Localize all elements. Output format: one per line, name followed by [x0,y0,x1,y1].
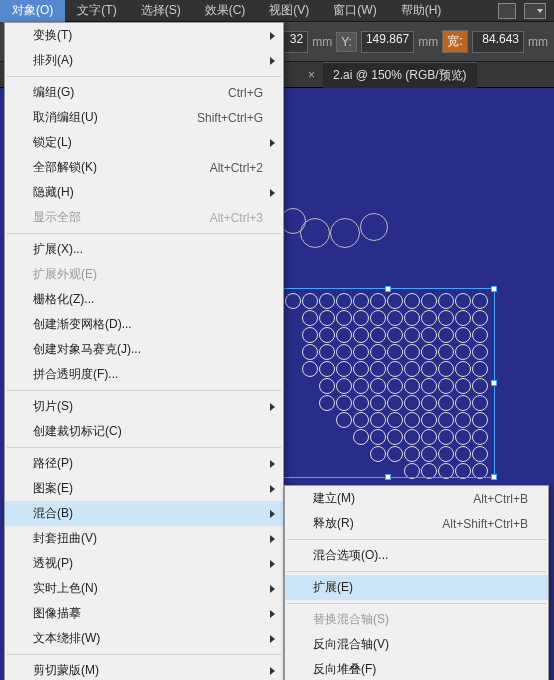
w-input[interactable]: 84.643 [472,31,524,53]
menu-help[interactable]: 帮助(H) [389,0,454,22]
menu-item-label: 拼合透明度(F)... [33,366,118,383]
menu-item-label: 混合选项(O)... [313,547,388,564]
menu-item-label: 扩展(X)... [33,241,83,258]
separator [7,233,281,234]
menu-item-label: 路径(P) [33,455,73,472]
menu-item-label: 变换(T) [33,27,72,44]
menu-item-label: 显示全部 [33,209,81,226]
object-menu: 变换(T)排列(A)编组(G)Ctrl+G取消编组(U)Shift+Ctrl+G… [4,22,284,680]
menu-item-label: 扩展外观(E) [33,266,97,283]
menu-view[interactable]: 视图(V) [257,0,321,22]
y-unit: mm [418,35,438,49]
menu-item[interactable]: 图像描摹 [5,601,283,626]
menu-object[interactable]: 对象(O) [0,0,65,22]
menu-item[interactable]: 扩展(X)... [5,237,283,262]
separator [7,390,281,391]
menu-item[interactable]: 全部解锁(K)Alt+Ctrl+2 [5,155,283,180]
handle-n[interactable] [385,286,391,292]
separator [7,654,281,655]
menu-item[interactable]: 栅格化(Z)... [5,287,283,312]
separator [287,539,546,540]
menu-item[interactable]: 创建裁切标记(C) [5,419,283,444]
menu-item[interactable]: 编组(G)Ctrl+G [5,80,283,105]
menu-item[interactable]: 混合(B) [5,501,283,526]
selection-box[interactable] [280,288,495,478]
menu-item: 扩展外观(E) [5,262,283,287]
menu-item-label: 图案(E) [33,480,73,497]
x-unit: mm [312,35,332,49]
separator [287,603,546,604]
w-label: 宽: [442,30,467,53]
w-unit: mm [528,35,548,49]
menu-shortcut: Alt+Ctrl+3 [210,211,263,225]
menu-item[interactable]: 拼合透明度(F)... [5,362,283,387]
menu-item[interactable]: 锁定(L) [5,130,283,155]
menu-item[interactable]: 图案(E) [5,476,283,501]
menu-item[interactable]: 封套扭曲(V) [5,526,283,551]
menu-item[interactable]: 创建对象马赛克(J)... [5,337,283,362]
doc-icon[interactable] [498,3,516,19]
arrange-icon[interactable] [524,3,546,19]
menu-item[interactable]: 透视(P) [5,551,283,576]
handle-e[interactable] [491,380,497,386]
separator [287,571,546,572]
menu-item-label: 创建渐变网格(D)... [33,316,132,333]
separator [7,447,281,448]
menu-item-label: 封套扭曲(V) [33,530,97,547]
menu-item-label: 释放(R) [313,515,354,532]
menu-item[interactable]: 切片(S) [5,394,283,419]
menu-select[interactable]: 选择(S) [129,0,193,22]
menu-type[interactable]: 文字(T) [65,0,128,22]
handle-s[interactable] [385,474,391,480]
menu-item-label: 实时上色(N) [33,580,98,597]
menu-item[interactable]: 文本绕排(W) [5,626,283,651]
menu-item[interactable]: 隐藏(H) [5,180,283,205]
menu-item[interactable]: 扩展(E) [285,575,548,600]
handle-se[interactable] [491,474,497,480]
menu-item-label: 反向堆叠(F) [313,661,376,678]
menu-window[interactable]: 窗口(W) [321,0,388,22]
menu-shortcut: Alt+Ctrl+2 [210,161,263,175]
menu-shortcut: Alt+Shift+Ctrl+B [442,517,528,531]
menu-item: 显示全部Alt+Ctrl+3 [5,205,283,230]
menubar: 对象(O) 文字(T) 选择(S) 效果(C) 视图(V) 窗口(W) 帮助(H… [0,0,554,22]
menu-item-label: 编组(G) [33,84,74,101]
menu-item-label: 透视(P) [33,555,73,572]
menu-item-label: 全部解锁(K) [33,159,97,176]
menu-item-label: 排列(A) [33,52,73,69]
y-input[interactable]: 149.867 [361,31,414,53]
menu-item-label: 建立(M) [313,490,355,507]
menu-item[interactable]: 剪切蒙版(M) [5,658,283,680]
menu-item-label: 文本绕排(W) [33,630,100,647]
menu-item[interactable]: 排列(A) [5,48,283,73]
menu-item-label: 隐藏(H) [33,184,74,201]
menu-item-label: 图像描摹 [33,605,81,622]
menu-item-label: 反向混合轴(V) [313,636,389,653]
menu-effect[interactable]: 效果(C) [193,0,258,22]
document-tab[interactable]: 2.ai @ 150% (RGB/预览) [323,62,477,88]
menu-item[interactable]: 反向堆叠(F) [285,657,548,680]
menu-item[interactable]: 反向混合轴(V) [285,632,548,657]
menu-item-label: 剪切蒙版(M) [33,662,99,679]
menu-item-label: 切片(S) [33,398,73,415]
menu-item[interactable]: 释放(R)Alt+Shift+Ctrl+B [285,511,548,536]
y-label: Y: [336,32,357,52]
menu-item[interactable]: 取消编组(U)Shift+Ctrl+G [5,105,283,130]
menu-item[interactable]: 建立(M)Alt+Ctrl+B [285,486,548,511]
menu-item-label: 扩展(E) [313,579,353,596]
tab-close-icon[interactable]: × [300,68,323,82]
menu-item[interactable]: 实时上色(N) [5,576,283,601]
menu-item-label: 栅格化(Z)... [33,291,94,308]
menu-item-label: 锁定(L) [33,134,72,151]
menu-item-label: 创建裁切标记(C) [33,423,122,440]
blend-submenu: 建立(M)Alt+Ctrl+B释放(R)Alt+Shift+Ctrl+B混合选项… [284,485,549,680]
menu-item: 替换混合轴(S) [285,607,548,632]
menu-shortcut: Alt+Ctrl+B [473,492,528,506]
menu-item[interactable]: 创建渐变网格(D)... [5,312,283,337]
menu-item[interactable]: 混合选项(O)... [285,543,548,568]
handle-ne[interactable] [491,286,497,292]
menu-shortcut: Shift+Ctrl+G [197,111,263,125]
menu-item[interactable]: 变换(T) [5,23,283,48]
menu-item[interactable]: 路径(P) [5,451,283,476]
menu-shortcut: Ctrl+G [228,86,263,100]
